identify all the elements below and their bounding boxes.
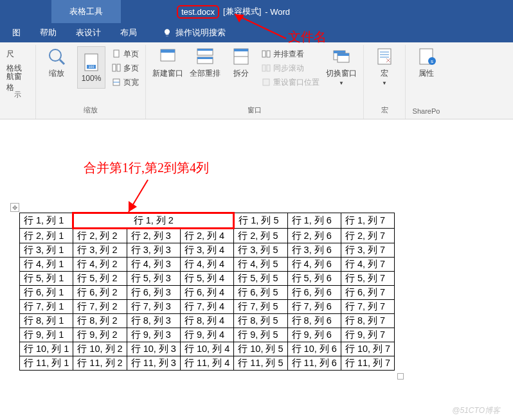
tab-help[interactable]: 帮助: [30, 23, 66, 42]
page-width-button[interactable]: 页宽: [112, 76, 139, 89]
table-cell[interactable]: 行 1, 列 1: [20, 213, 73, 229]
table-move-handle[interactable]: ✥: [10, 203, 19, 212]
table-cell[interactable]: 行 10, 列 4: [180, 342, 233, 356]
table-cell[interactable]: 行 5, 列 5: [234, 272, 287, 286]
zoom-100-button[interactable]: 100 100%: [77, 46, 105, 89]
table-cell[interactable]: 行 2, 列 7: [341, 229, 394, 243]
ruler-checkbox[interactable]: 尺: [6, 48, 29, 60]
table-cell[interactable]: 行 2, 列 2: [73, 229, 127, 243]
table-cell[interactable]: 行 11, 列 2: [73, 356, 127, 371]
table-cell[interactable]: 行 4, 列 6: [287, 258, 341, 272]
table-cell[interactable]: 行 4, 列 1: [20, 258, 73, 272]
macros-button[interactable]: 宏 ▼: [370, 46, 399, 86]
split-button[interactable]: 拆分: [227, 46, 255, 79]
table-cell[interactable]: 行 10, 列 6: [287, 342, 341, 356]
table-cell[interactable]: 行 5, 列 2: [73, 272, 127, 286]
table-cell[interactable]: 行 3, 列 1: [20, 243, 73, 258]
arrange-all-button[interactable]: 全部重排: [190, 46, 221, 79]
zoom-button[interactable]: 缩放: [42, 46, 71, 79]
table-cell[interactable]: 行 8, 列 7: [341, 314, 394, 328]
table-cell[interactable]: 行 7, 列 3: [127, 300, 180, 314]
tab-view[interactable]: 图: [3, 23, 30, 42]
table-cell[interactable]: 行 8, 列 3: [127, 314, 180, 328]
table-cell[interactable]: 行 11, 列 5: [234, 356, 287, 371]
table-cell[interactable]: 行 2, 列 1: [20, 229, 73, 243]
table-cell[interactable]: 行 6, 列 1: [20, 286, 73, 300]
table-cell[interactable]: 行 9, 列 6: [287, 328, 341, 342]
table-cell[interactable]: 行 3, 列 2: [73, 243, 127, 258]
table-cell[interactable]: 行 6, 列 3: [127, 286, 180, 300]
table-cell[interactable]: 行 2, 列 5: [234, 229, 287, 243]
table-cell[interactable]: 行 9, 列 4: [180, 328, 233, 342]
table-cell[interactable]: 行 2, 列 6: [287, 229, 341, 243]
table-cell[interactable]: 行 6, 列 5: [234, 286, 287, 300]
table-cell[interactable]: 行 10, 列 1: [20, 342, 73, 356]
table-cell[interactable]: 行 7, 列 1: [20, 300, 73, 314]
table-cell[interactable]: 行 4, 列 2: [73, 258, 127, 272]
table-cell[interactable]: 行 7, 列 5: [234, 300, 287, 314]
table-cell[interactable]: 行 8, 列 1: [20, 314, 73, 328]
table-cell[interactable]: 行 10, 列 7: [341, 342, 394, 356]
document-area: ✥ 行 1, 列 1 行 1, 列 2 行 1, 列 5 行 1, 列 6 行 …: [19, 212, 395, 371]
table-cell[interactable]: 行 8, 列 5: [234, 314, 287, 328]
table-cell[interactable]: 行 11, 列 3: [127, 356, 180, 371]
properties-button[interactable]: s 属性: [412, 46, 440, 79]
table-cell[interactable]: 行 3, 列 3: [127, 243, 180, 258]
table-cell[interactable]: 行 9, 列 3: [127, 328, 180, 342]
table-cell[interactable]: 行 9, 列 1: [20, 328, 73, 342]
table-cell[interactable]: 行 5, 列 1: [20, 272, 73, 286]
table-cell[interactable]: 行 6, 列 7: [341, 286, 394, 300]
table-cell[interactable]: 行 4, 列 4: [180, 258, 233, 272]
table-cell[interactable]: 行 8, 列 2: [73, 314, 127, 328]
one-page-button[interactable]: 单页: [112, 48, 139, 60]
table-cell[interactable]: 行 8, 列 6: [287, 314, 341, 328]
table-cell[interactable]: 行 1, 列 6: [287, 213, 341, 229]
table-resize-handle[interactable]: [397, 373, 404, 380]
table-cell[interactable]: 行 9, 列 7: [341, 328, 394, 342]
table-cell[interactable]: 行 5, 列 6: [287, 272, 341, 286]
switch-window-button[interactable]: 切换窗口 ▼: [326, 46, 357, 86]
table-cell[interactable]: 行 1, 列 7: [341, 213, 394, 229]
table-cell[interactable]: 行 5, 列 4: [180, 272, 233, 286]
merged-cell-highlight[interactable]: 行 1, 列 2: [73, 213, 234, 229]
table-cell[interactable]: 行 6, 列 6: [287, 286, 341, 300]
table-cell[interactable]: 行 11, 列 6: [287, 356, 341, 371]
table-cell[interactable]: 行 11, 列 1: [20, 356, 73, 371]
table-cell[interactable]: 行 10, 列 2: [73, 342, 127, 356]
table-cell[interactable]: 行 6, 列 4: [180, 286, 233, 300]
table-cell[interactable]: 行 7, 列 6: [287, 300, 341, 314]
context-tab-table-tools[interactable]: 表格工具: [51, 0, 121, 23]
table-cell[interactable]: 行 3, 列 7: [341, 243, 394, 258]
new-window-button[interactable]: 新建窗口: [152, 46, 183, 79]
table-cell[interactable]: 行 1, 列 5: [234, 213, 287, 229]
table-cell[interactable]: 行 7, 列 2: [73, 300, 127, 314]
table-cell[interactable]: 行 9, 列 5: [234, 328, 287, 342]
table-cell[interactable]: 行 3, 列 5: [234, 243, 287, 258]
tab-table-layout[interactable]: 布局: [111, 23, 147, 42]
table-cell[interactable]: 行 7, 列 4: [180, 300, 233, 314]
multi-page-button[interactable]: 多页: [112, 62, 139, 74]
table-cell[interactable]: 行 4, 列 5: [234, 258, 287, 272]
side-by-side-button[interactable]: 并排查看: [262, 48, 320, 60]
table-cell[interactable]: 行 5, 列 3: [127, 272, 180, 286]
table-cell[interactable]: 行 2, 列 4: [180, 229, 233, 243]
data-table[interactable]: 行 1, 列 1 行 1, 列 2 行 1, 列 5 行 1, 列 6 行 1,…: [19, 212, 395, 371]
table-cell[interactable]: 行 3, 列 4: [180, 243, 233, 258]
table-cell[interactable]: 行 7, 列 7: [341, 300, 394, 314]
svg-rect-19: [267, 51, 270, 57]
table-cell[interactable]: 行 11, 列 7: [341, 356, 394, 371]
table-cell[interactable]: 行 11, 列 4: [180, 356, 233, 371]
table-cell[interactable]: 行 2, 列 3: [127, 229, 180, 243]
table-cell[interactable]: 行 10, 列 5: [234, 342, 287, 356]
table-cell[interactable]: 行 5, 列 7: [341, 272, 394, 286]
navpane-checkbox[interactable]: 航窗格: [6, 76, 29, 89]
table-cell[interactable]: 行 4, 列 3: [127, 258, 180, 272]
tell-me-search[interactable]: 操作说明搜索: [153, 23, 235, 42]
table-cell[interactable]: 行 9, 列 2: [73, 328, 127, 342]
tab-table-design[interactable]: 表设计: [66, 23, 111, 42]
table-cell[interactable]: 行 6, 列 2: [73, 286, 127, 300]
table-cell[interactable]: 行 3, 列 6: [287, 243, 341, 258]
table-cell[interactable]: 行 10, 列 3: [127, 342, 180, 356]
table-cell[interactable]: 行 4, 列 7: [341, 258, 394, 272]
table-cell[interactable]: 行 8, 列 4: [180, 314, 233, 328]
